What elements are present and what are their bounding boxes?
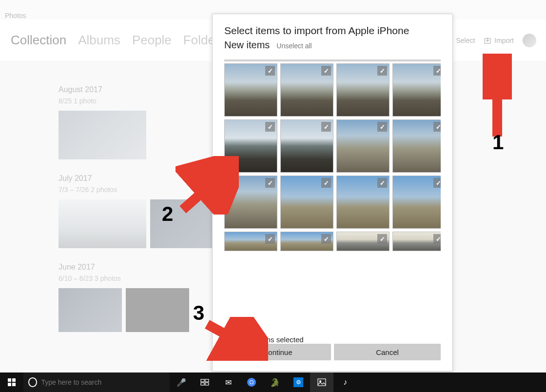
task-view-icon[interactable]	[193, 372, 216, 392]
import-thumb[interactable]	[224, 232, 277, 251]
photos-app-icon[interactable]	[310, 372, 333, 392]
check-icon[interactable]	[377, 66, 387, 76]
tab-collection[interactable]: Collection	[11, 33, 66, 48]
check-icon[interactable]	[265, 122, 275, 132]
new-items-label: New items	[224, 39, 270, 51]
photo-thumb[interactable]	[58, 111, 146, 159]
taskbar-search[interactable]	[23, 372, 170, 392]
svg-point-17	[250, 381, 253, 384]
mail-icon[interactable]: ✉	[216, 372, 240, 392]
app-icon-2[interactable]: ♪	[333, 372, 357, 392]
check-icon[interactable]	[321, 122, 331, 132]
unselect-all-link[interactable]: Unselect all	[276, 42, 312, 50]
check-icon[interactable]	[321, 178, 331, 188]
import-thumb[interactable]	[280, 232, 333, 251]
check-icon[interactable]	[433, 66, 441, 76]
search-input[interactable]	[41, 378, 165, 386]
selection-count: 23 of 368 items selected	[224, 335, 441, 344]
svg-rect-13	[201, 383, 204, 385]
import-thumb[interactable]	[224, 176, 277, 229]
tab-people[interactable]: People	[132, 33, 172, 48]
check-icon[interactable]	[321, 234, 331, 244]
thumbnail-grid	[224, 63, 441, 251]
import-thumb[interactable]	[392, 63, 441, 117]
check-icon[interactable]	[433, 234, 441, 244]
svg-rect-14	[205, 383, 209, 385]
tab-albums[interactable]: Albums	[78, 33, 120, 48]
import-thumb[interactable]	[336, 232, 390, 251]
import-label: Import	[494, 37, 514, 44]
svg-rect-12	[205, 379, 209, 382]
nav-tabs: Collection Albums People Folders	[11, 33, 226, 48]
import-thumb[interactable]	[280, 119, 333, 173]
dialog-title: Select items to import from Apple iPhone	[224, 25, 441, 37]
check-icon[interactable]	[433, 178, 441, 188]
select-button[interactable]: Select	[456, 37, 475, 44]
windows-icon	[8, 378, 16, 386]
check-icon[interactable]	[377, 234, 387, 244]
check-icon[interactable]	[265, 234, 275, 244]
taskbar: 🎤 ✉ 🐊 ⚙ ♪	[0, 372, 546, 392]
check-icon[interactable]	[265, 66, 275, 76]
check-icon[interactable]	[321, 66, 331, 76]
cancel-button[interactable]: Cancel	[334, 344, 441, 360]
start-button[interactable]	[0, 372, 23, 392]
app-icon[interactable]: 🐊	[263, 372, 287, 392]
svg-rect-18	[318, 379, 326, 386]
import-thumb[interactable]	[280, 63, 333, 117]
svg-point-19	[320, 381, 321, 382]
mic-icon[interactable]: 🎤	[170, 372, 193, 392]
chrome-svg	[247, 377, 256, 387]
group-divider	[224, 59, 441, 61]
check-icon[interactable]	[433, 122, 441, 132]
import-thumb[interactable]	[336, 63, 390, 117]
svg-rect-10	[12, 383, 16, 386]
photo-thumb[interactable]	[58, 288, 122, 332]
app-title: Photos	[5, 12, 26, 20]
import-button[interactable]: Import	[484, 37, 514, 44]
import-thumb[interactable]	[336, 176, 390, 229]
select-label: Select	[456, 37, 475, 44]
import-dialog: Select items to import from Apple iPhone…	[212, 14, 453, 372]
check-icon[interactable]	[377, 122, 387, 132]
cortana-icon	[28, 377, 37, 387]
svg-rect-7	[8, 378, 11, 382]
import-thumb[interactable]	[392, 176, 441, 229]
svg-rect-8	[12, 378, 16, 382]
check-icon[interactable]	[377, 178, 387, 188]
thumbnail-scroll[interactable]	[224, 63, 441, 331]
header-actions: Select Import	[456, 34, 536, 47]
taskview-icon	[200, 379, 209, 386]
chrome-icon[interactable]	[240, 372, 263, 392]
avatar[interactable]	[523, 34, 536, 47]
import-icon	[484, 37, 491, 44]
photo-thumb[interactable]	[58, 199, 146, 248]
import-thumb[interactable]	[224, 63, 277, 117]
import-thumb[interactable]	[392, 232, 441, 251]
svg-rect-9	[8, 383, 11, 386]
photo-thumb[interactable]	[126, 288, 189, 332]
svg-rect-11	[201, 379, 204, 382]
continue-button[interactable]: Continue	[224, 344, 331, 360]
check-icon[interactable]	[265, 178, 275, 188]
import-thumb[interactable]	[224, 119, 277, 173]
settings-app-icon[interactable]: ⚙	[287, 372, 310, 392]
import-thumb[interactable]	[336, 119, 390, 173]
photos-svg	[317, 378, 326, 386]
import-thumb[interactable]	[280, 176, 333, 229]
import-thumb[interactable]	[392, 119, 441, 173]
